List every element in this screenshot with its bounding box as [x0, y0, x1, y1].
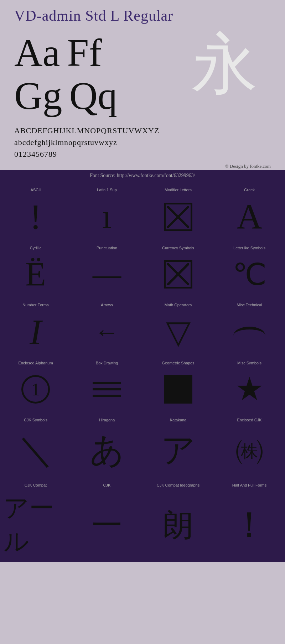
unicode-cell: Punctuation—: [71, 241, 142, 298]
unicode-label: Punctuation: [97, 246, 117, 251]
unicode-label: Number Forms: [22, 303, 48, 308]
unicode-cell: Arrows←: [71, 298, 142, 356]
glyph-alpha: Α: [237, 196, 262, 237]
glyph-full-exclaim: ！: [232, 501, 267, 549]
glyph-kanji: 朗: [163, 505, 193, 546]
font-title: VD-admin Std L Regular: [14, 7, 271, 24]
unicode-cell: Misc Symbols★: [214, 356, 285, 413]
unicode-glyph: 一: [92, 492, 122, 559]
alphabet-section: ABCDEFGHIJKLMNOPQRSTUVWXYZ abcdefghijklm…: [0, 121, 285, 162]
unicode-cell: CJK Compatアール: [0, 478, 71, 562]
source-bar: Font Source: http://www.fontke.com/font/…: [0, 170, 285, 183]
unicode-cell: Katakanaア: [142, 413, 214, 478]
unicode-label: Box Drawing: [96, 361, 118, 367]
glyph-box-lines: [93, 382, 121, 397]
glyph-box-x: [164, 203, 192, 231]
glyph-circled-1: 1: [21, 375, 50, 404]
unicode-cell: CJK一: [71, 478, 142, 562]
glyph-exclaim: !: [30, 199, 41, 235]
unicode-label: Enclosed Alphanum: [18, 361, 53, 367]
source-text: Font Source: http://www.fontke.com/font/…: [90, 173, 195, 178]
unicode-cell: CJK Symbols＼: [0, 413, 71, 478]
latin-chars: Aa Ff Gg Qq: [14, 31, 178, 118]
unicode-cell: CJK Compat Ideographs朗: [142, 478, 214, 562]
unicode-cell: GreekΑ: [214, 183, 285, 241]
glyph-arc: [233, 327, 265, 344]
unicode-label: Arrows: [101, 303, 113, 308]
char-row-1: Aa Ff: [14, 31, 178, 74]
unicode-glyph: ＼: [18, 426, 53, 474]
glyph-enclosed-cjk: ㈱: [235, 431, 264, 470]
unicode-label: CJK: [103, 483, 111, 489]
unicode-glyph: ℃: [233, 254, 266, 294]
unicode-cell: Number FormsI: [0, 298, 71, 356]
glyph-celsius: ℃: [233, 257, 266, 292]
unicode-cell: Math Operators▽: [142, 298, 214, 356]
unicode-label: ASCII: [31, 188, 41, 193]
credit-text: © Design by fontke.com: [225, 163, 271, 169]
glyph-cjk-symbol: ＼: [18, 426, 53, 474]
unicode-glyph: ★: [235, 369, 264, 409]
unicode-cell: Currency Symbols: [142, 241, 214, 298]
lowercase-line: abcdefghijklmnopqrstuvwxyz: [14, 136, 271, 148]
unicode-glyph: —: [93, 254, 121, 294]
unicode-glyph: Α: [237, 196, 262, 237]
unicode-label: Currency Symbols: [162, 246, 194, 251]
credit-line: © Design by fontke.com: [0, 162, 285, 170]
unicode-label: Misc Technical: [237, 303, 262, 308]
unicode-glyph: 1: [21, 369, 50, 409]
glyph-currency-box: [164, 260, 192, 289]
unicode-glyph: ı: [102, 196, 112, 237]
unicode-glyph: !: [30, 196, 41, 237]
unicode-label: Geometric Shapes: [162, 361, 194, 367]
cjk-specimen: 永: [178, 31, 271, 97]
unicode-cell: Enclosed CJK㈱: [214, 413, 285, 478]
unicode-cell: Box Drawing: [71, 356, 142, 413]
unicode-glyph: あ: [90, 426, 124, 474]
unicode-label: Misc Symbols: [237, 361, 261, 367]
glyph-nabla: ▽: [166, 313, 191, 350]
char-ff: Ff: [67, 31, 102, 74]
unicode-cell: Letterlike Symbols℃: [214, 241, 285, 298]
glyph-cjk-uni: 一: [92, 505, 122, 546]
unicode-glyph: [164, 369, 192, 409]
unicode-glyph: [93, 369, 121, 409]
unicode-label: Latin 1 Sup: [97, 188, 117, 193]
char-row-2: Gg Qq: [14, 74, 178, 118]
unicode-label: Enclosed CJK: [237, 418, 261, 424]
glyph-iota: ı: [102, 200, 112, 234]
unicode-cell: Misc Technical: [214, 298, 285, 356]
unicode-cell: Geometric Shapes: [142, 356, 214, 413]
unicode-glyph: I: [30, 311, 41, 352]
top-section: VD-admin Std L Regular Aa Ff Gg Qq 永: [0, 0, 285, 121]
unicode-label: Greek: [244, 188, 255, 193]
unicode-glyph: ▽: [166, 311, 191, 352]
uppercase-line: ABCDEFGHIJKLMNOPQRSTUVWXYZ: [14, 125, 271, 136]
unicode-cell: Enclosed Alphanum1: [0, 356, 71, 413]
unicode-glyph: ア: [161, 426, 196, 474]
glyph-dash: —: [93, 260, 121, 289]
unicode-glyph: ！: [232, 492, 267, 559]
digits-line: 0123456789: [14, 148, 271, 160]
unicode-label: Half And Full Forms: [232, 483, 267, 489]
unicode-glyph: [233, 311, 265, 352]
glyph-cyrillic-e: Ё: [25, 255, 46, 294]
unicode-cell: CyrillicЁ: [0, 241, 71, 298]
unicode-cell: Modifier Letters: [142, 183, 214, 241]
unicode-glyph: ㈱: [235, 426, 264, 474]
unicode-cell: Half And Full Forms！: [214, 478, 285, 562]
unicode-cell: Latin 1 Supı: [71, 183, 142, 241]
unicode-label: Modifier Letters: [165, 188, 192, 193]
unicode-glyph: [164, 196, 192, 237]
char-aa: Aa: [14, 31, 60, 74]
glyph-arrow-left: ←: [94, 318, 119, 346]
unicode-label: CJK Compat: [25, 483, 47, 489]
specimen-area: Aa Ff Gg Qq 永: [14, 31, 271, 118]
unicode-label: Letterlike Symbols: [233, 246, 265, 251]
unicode-glyph: [164, 254, 192, 294]
unicode-glyph: 朗: [163, 492, 193, 559]
dark-section: Font Source: http://www.fontke.com/font/…: [0, 170, 285, 562]
glyph-hiragana-a: あ: [90, 428, 124, 473]
unicode-cell: Hiraganaあ: [71, 413, 142, 478]
unicode-label: CJK Symbols: [24, 418, 47, 424]
